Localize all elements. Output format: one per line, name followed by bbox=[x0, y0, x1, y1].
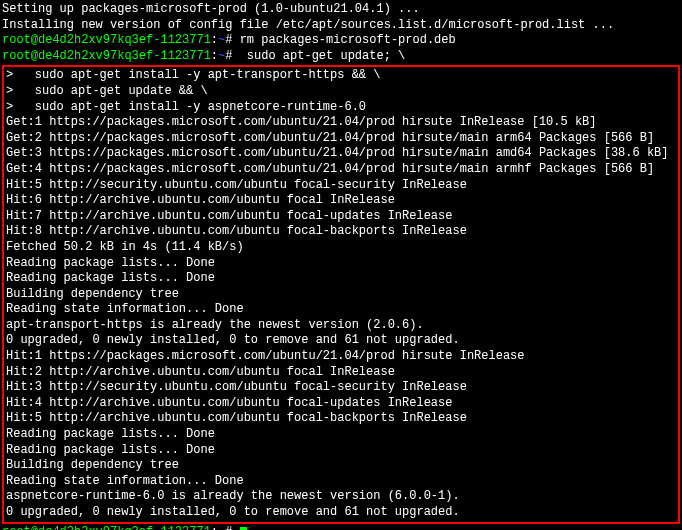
output-line: > sudo apt-get install -y apt-transport-… bbox=[6, 68, 676, 84]
prompt-line: root@de4d2h2xv97kq3ef-1123771:~# rm pack… bbox=[2, 33, 680, 49]
output-line: Hit:5 http://archive.ubuntu.com/ubuntu f… bbox=[6, 411, 676, 427]
prompt-colon: : bbox=[211, 49, 218, 63]
output-line: Hit:5 http://security.ubuntu.com/ubuntu … bbox=[6, 178, 676, 194]
prompt-user-host: root@de4d2h2xv97kq3ef-1123771 bbox=[2, 525, 211, 530]
cursor-icon bbox=[240, 527, 247, 530]
output-line: Reading package lists... Done bbox=[6, 427, 676, 443]
prompt-colon: : bbox=[211, 33, 218, 47]
output-line: Hit:7 http://archive.ubuntu.com/ubuntu f… bbox=[6, 209, 676, 225]
command-text: rm packages-microsoft-prod.deb bbox=[232, 33, 455, 47]
output-line: Building dependency tree bbox=[6, 458, 676, 474]
highlighted-output-box: > sudo apt-get install -y apt-transport-… bbox=[2, 65, 680, 523]
output-line: Reading state information... Done bbox=[6, 474, 676, 490]
output-line: aspnetcore-runtime-6.0 is already the ne… bbox=[6, 489, 676, 505]
output-line: Get:1 https://packages.microsoft.com/ubu… bbox=[6, 115, 676, 131]
output-line: Hit:3 http://security.ubuntu.com/ubuntu … bbox=[6, 380, 676, 396]
output-line: Reading package lists... Done bbox=[6, 271, 676, 287]
prompt-line[interactable]: root@de4d2h2xv97kq3ef-1123771:~# bbox=[2, 525, 680, 530]
output-line: Hit:2 http://archive.ubuntu.com/ubuntu f… bbox=[6, 365, 676, 381]
output-line: Fetched 50.2 kB in 4s (11.4 kB/s) bbox=[6, 240, 676, 256]
output-line: Building dependency tree bbox=[6, 287, 676, 303]
output-line: > sudo apt-get update && \ bbox=[6, 84, 676, 100]
output-line: 0 upgraded, 0 newly installed, 0 to remo… bbox=[6, 505, 676, 521]
output-line: Hit:1 https://packages.microsoft.com/ubu… bbox=[6, 349, 676, 365]
output-line: Get:4 https://packages.microsoft.com/ubu… bbox=[6, 162, 676, 178]
output-line: Get:2 https://packages.microsoft.com/ubu… bbox=[6, 131, 676, 147]
output-line: Hit:4 http://archive.ubuntu.com/ubuntu f… bbox=[6, 396, 676, 412]
output-line: Hit:8 http://archive.ubuntu.com/ubuntu f… bbox=[6, 224, 676, 240]
prompt-user-host: root@de4d2h2xv97kq3ef-1123771 bbox=[2, 49, 211, 63]
output-line: Setting up packages-microsoft-prod (1.0-… bbox=[2, 2, 680, 18]
output-line: Get:3 https://packages.microsoft.com/ubu… bbox=[6, 146, 676, 162]
output-line: Reading state information... Done bbox=[6, 302, 676, 318]
command-text bbox=[232, 525, 239, 530]
output-line: Installing new version of config file /e… bbox=[2, 18, 680, 34]
command-text: sudo apt-get update; \ bbox=[232, 49, 405, 63]
output-line: apt-transport-https is already the newes… bbox=[6, 318, 676, 334]
output-line: Hit:6 http://archive.ubuntu.com/ubuntu f… bbox=[6, 193, 676, 209]
output-line: 0 upgraded, 0 newly installed, 0 to remo… bbox=[6, 333, 676, 349]
prompt-colon: : bbox=[211, 525, 218, 530]
terminal-output[interactable]: Setting up packages-microsoft-prod (1.0-… bbox=[2, 2, 680, 530]
prompt-line: root@de4d2h2xv97kq3ef-1123771:~# sudo ap… bbox=[2, 49, 680, 65]
output-line: > sudo apt-get install -y aspnetcore-run… bbox=[6, 100, 676, 116]
output-line: Reading package lists... Done bbox=[6, 256, 676, 272]
output-line: Reading package lists... Done bbox=[6, 443, 676, 459]
prompt-user-host: root@de4d2h2xv97kq3ef-1123771 bbox=[2, 33, 211, 47]
